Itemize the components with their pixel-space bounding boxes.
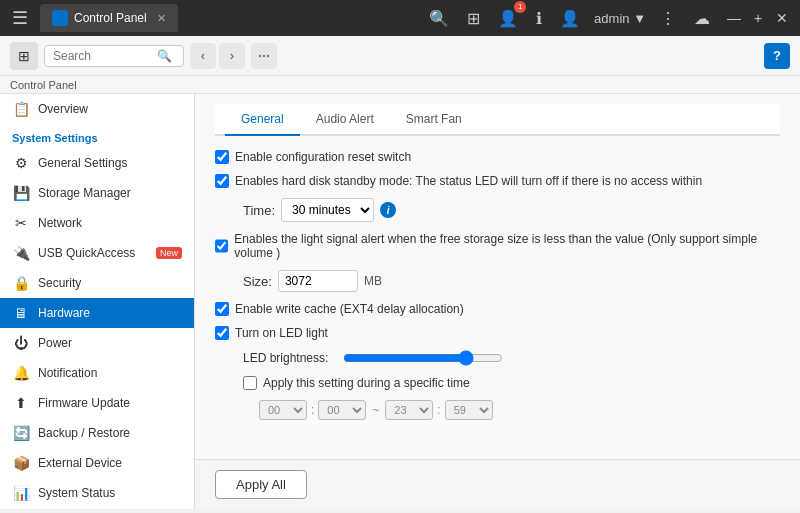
setting-light-signal: Enables the light signal alert when the … bbox=[215, 232, 780, 260]
write-cache-label[interactable]: Enable write cache (EXT4 delay allocatio… bbox=[215, 302, 464, 316]
backup-label: Backup / Restore bbox=[38, 426, 182, 440]
tab-close-icon[interactable]: ✕ bbox=[157, 12, 166, 25]
storage-manager-label: Storage Manager bbox=[38, 186, 182, 200]
sidebar-item-general-settings[interactable]: ⚙ General Settings bbox=[0, 148, 194, 178]
setting-write-cache: Enable write cache (EXT4 delay allocatio… bbox=[215, 302, 780, 316]
config-reset-label[interactable]: Enable configuration reset switch bbox=[215, 150, 411, 164]
breadcrumb: Control Panel bbox=[0, 76, 800, 94]
time-colon-2: : bbox=[437, 403, 440, 417]
user-label[interactable]: admin ▼ bbox=[594, 11, 646, 26]
main-layout: 📋 Overview System Settings ⚙ General Set… bbox=[0, 94, 800, 509]
sidebar-item-system-status[interactable]: 📊 System Status bbox=[0, 478, 194, 508]
tab-smart-fan[interactable]: Smart Fan bbox=[390, 104, 478, 136]
back-button[interactable]: ‹ bbox=[190, 43, 216, 69]
time-range-row: 00 : 00 ~ 23 : 59 bbox=[259, 400, 780, 420]
menu-icon[interactable]: ☰ bbox=[8, 3, 32, 33]
content-inner: General Audio Alert Smart Fan Enable con… bbox=[195, 94, 800, 459]
tab-general[interactable]: General bbox=[225, 104, 300, 136]
cloud-icon[interactable]: ☁ bbox=[690, 5, 714, 32]
specific-time-label[interactable]: Apply this setting during a specific tim… bbox=[243, 376, 470, 390]
notification-icon2: 🔔 bbox=[12, 365, 30, 381]
sidebar-item-external-device[interactable]: 📦 External Device bbox=[0, 448, 194, 478]
tab-audio-alert[interactable]: Audio Alert bbox=[300, 104, 390, 136]
setting-hdd-standby: Enables hard disk standby mode: The stat… bbox=[215, 174, 780, 188]
led-label[interactable]: Turn on LED light bbox=[215, 326, 328, 340]
overview-label: Overview bbox=[38, 102, 182, 116]
maximize-button[interactable]: + bbox=[748, 8, 768, 28]
control-panel-tab[interactable]: Control Panel ✕ bbox=[40, 4, 178, 32]
config-reset-checkbox[interactable] bbox=[215, 150, 229, 164]
power-icon: ⏻ bbox=[12, 335, 30, 351]
time-tilde: ~ bbox=[370, 403, 381, 417]
hdd-standby-label[interactable]: Enables hard disk standby mode: The stat… bbox=[215, 174, 702, 188]
minimize-button[interactable]: — bbox=[724, 8, 744, 28]
backup-icon: 🔄 bbox=[12, 425, 30, 441]
hardware-icon: 🖥 bbox=[12, 305, 30, 321]
sidebar-item-backup-restore[interactable]: 🔄 Backup / Restore bbox=[0, 418, 194, 448]
time-to-hour[interactable]: 23 bbox=[385, 400, 433, 420]
sidebar-item-overview[interactable]: 📋 Overview bbox=[0, 94, 194, 124]
setting-led: Turn on LED light bbox=[215, 326, 780, 340]
tab-label: Control Panel bbox=[74, 11, 147, 25]
forward-button[interactable]: › bbox=[219, 43, 245, 69]
new-badge: New bbox=[156, 247, 182, 259]
notification-label: Notification bbox=[38, 366, 182, 380]
sidebar-item-usb-quickaccess[interactable]: 🔌 USB QuickAccess New bbox=[0, 238, 194, 268]
light-signal-label[interactable]: Enables the light signal alert when the … bbox=[215, 232, 780, 260]
write-cache-checkbox[interactable] bbox=[215, 302, 229, 316]
usb-label: USB QuickAccess bbox=[38, 246, 148, 260]
storage-manager-icon: 💾 bbox=[12, 185, 30, 201]
sidebar-item-security[interactable]: 🔒 Security bbox=[0, 268, 194, 298]
sidebar-item-notification[interactable]: 🔔 Notification bbox=[0, 358, 194, 388]
config-reset-text: Enable configuration reset switch bbox=[235, 150, 411, 164]
hardware-label: Hardware bbox=[38, 306, 182, 320]
light-signal-checkbox[interactable] bbox=[215, 239, 228, 253]
grid-button[interactable]: ⋯ bbox=[251, 43, 277, 69]
specific-time-checkbox[interactable] bbox=[243, 376, 257, 390]
help-button[interactable]: ? bbox=[764, 43, 790, 69]
sidebar-item-network[interactable]: ✂ Network bbox=[0, 208, 194, 238]
external-device-icon: 📦 bbox=[12, 455, 30, 471]
tab-icon bbox=[52, 10, 68, 26]
avatar-icon: 👤 bbox=[556, 5, 584, 32]
time-select[interactable]: 30 minutes 5 minutes 10 minutes 20 minut… bbox=[281, 198, 374, 222]
time-to-minute[interactable]: 59 bbox=[445, 400, 493, 420]
led-checkbox[interactable] bbox=[215, 326, 229, 340]
apply-all-button[interactable]: Apply All bbox=[215, 470, 307, 499]
time-from-minute[interactable]: 00 bbox=[318, 400, 366, 420]
stack-icon[interactable]: ⊞ bbox=[463, 5, 484, 32]
write-cache-text: Enable write cache (EXT4 delay allocatio… bbox=[235, 302, 464, 316]
info-icon-hdd[interactable]: i bbox=[380, 202, 396, 218]
sidebar-item-power[interactable]: ⏻ Power bbox=[0, 328, 194, 358]
size-label: Size: bbox=[243, 274, 272, 289]
search-input[interactable] bbox=[53, 49, 153, 63]
sidebar-item-storage-manager[interactable]: 💾 Storage Manager bbox=[0, 178, 194, 208]
time-from-hour[interactable]: 00 bbox=[259, 400, 307, 420]
sidebar-item-hardware[interactable]: 🖥 Hardware bbox=[0, 298, 194, 328]
search-icon[interactable]: 🔍 bbox=[425, 5, 453, 32]
footer: Apply All bbox=[195, 459, 800, 509]
general-settings-label: General Settings bbox=[38, 156, 182, 170]
system-status-icon: 📊 bbox=[12, 485, 30, 501]
close-button[interactable]: ✕ bbox=[772, 8, 792, 28]
firmware-label: Firmware Update bbox=[38, 396, 182, 410]
security-label: Security bbox=[38, 276, 182, 290]
sidebar-section-system: System Settings bbox=[0, 124, 194, 148]
security-icon: 🔒 bbox=[12, 275, 30, 291]
home-button[interactable]: ⊞ bbox=[10, 42, 38, 70]
hdd-standby-text: Enables hard disk standby mode: The stat… bbox=[235, 174, 702, 188]
nav-buttons: ‹ › bbox=[190, 43, 245, 69]
setting-specific-time: Apply this setting during a specific tim… bbox=[215, 376, 780, 390]
sidebar-item-firmware-update[interactable]: ⬆ Firmware Update bbox=[0, 388, 194, 418]
sidebar-item-system-logs[interactable]: 📋 System Logs bbox=[0, 508, 194, 509]
more-icon[interactable]: ⋮ bbox=[656, 5, 680, 32]
light-signal-size-row: Size: MB bbox=[243, 270, 780, 292]
info-icon[interactable]: ℹ bbox=[532, 5, 546, 32]
size-input[interactable] bbox=[278, 270, 358, 292]
notification-icon[interactable]: 👤 1 bbox=[494, 5, 522, 32]
specific-time-text: Apply this setting during a specific tim… bbox=[263, 376, 470, 390]
window-controls: — + ✕ bbox=[724, 8, 792, 28]
hdd-standby-checkbox[interactable] bbox=[215, 174, 229, 188]
led-brightness-slider[interactable] bbox=[343, 350, 503, 366]
system-status-label: System Status bbox=[38, 486, 182, 500]
